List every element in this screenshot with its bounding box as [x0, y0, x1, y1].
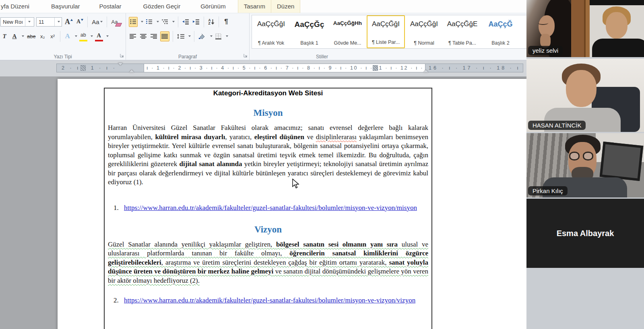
- separator: [173, 31, 173, 42]
- dropdown-caret-icon: [28, 21, 31, 23]
- dropdown-caret-icon[interactable]: [188, 35, 191, 37]
- font-name-combo[interactable]: New Roı: [0, 17, 34, 27]
- superscript-button[interactable]: x²: [49, 31, 57, 41]
- hanging-indent-marker[interactable]: [129, 70, 134, 72]
- align-left-button[interactable]: [129, 31, 137, 41]
- style-baslik-2[interactable]: AaÇçĞ Başlık 2: [481, 15, 520, 48]
- separator: [87, 16, 88, 27]
- font-size-combo[interactable]: 11: [36, 17, 62, 27]
- text-effects-button[interactable]: A: [64, 31, 72, 41]
- decrease-indent-button[interactable]: [182, 17, 190, 27]
- document-area: Kategori-Akreditasyon Web Sitesi Misyon …: [0, 76, 527, 329]
- align-center-button[interactable]: [139, 31, 148, 41]
- dialog-launcher-icon[interactable]: [244, 52, 248, 59]
- style-normal[interactable]: AaÇçĞğI ¶ Normal: [405, 15, 443, 48]
- font-size-value: 11: [39, 19, 52, 25]
- dropdown-caret-icon[interactable]: [157, 21, 159, 23]
- sort-button[interactable]: AZ: [207, 17, 215, 27]
- video-tile-esma-albayrak-camera-off[interactable]: Esma Albayrak: [526, 199, 644, 268]
- table-column-marker[interactable]: [373, 65, 378, 71]
- separator: [219, 16, 219, 27]
- tab-duzen[interactable]: Düzen: [271, 0, 300, 13]
- justify-button[interactable]: [160, 31, 169, 41]
- style-liste-paragraf-selected[interactable]: AaÇçĞğI ¶ Liste Par...: [367, 15, 405, 48]
- dropdown-caret-icon[interactable]: [210, 35, 213, 37]
- align-center-icon: [140, 34, 147, 39]
- tab-postalar[interactable]: Postalar: [94, 0, 127, 13]
- video-tile-hasan-altincik[interactable]: HASAN ALTİNCİK: [526, 59, 644, 132]
- underline-button[interactable]: A: [10, 31, 19, 41]
- paint-bucket-icon: [198, 33, 206, 39]
- tab-gorunum[interactable]: Görünüm: [195, 0, 231, 13]
- right-indent-marker[interactable]: [423, 70, 428, 72]
- dropdown-caret-icon: [58, 21, 60, 23]
- vizyon-list-item: 2. https://www.harran.edu.tr/akademik/fa…: [110, 296, 428, 305]
- mirror-frame: [600, 142, 644, 181]
- tab-gozden-gecir[interactable]: Gözden Geçir: [138, 0, 186, 13]
- video-tile-pirkan-kilic[interactable]: Pirkan Kılıç: [526, 133, 644, 197]
- borders-button[interactable]: [215, 31, 223, 41]
- misyon-link[interactable]: https://www.harran.edu.tr/akademik/fakul…: [124, 204, 417, 212]
- document-page[interactable]: Kategori-Akreditasyon Web Sitesi Misyon …: [58, 79, 527, 329]
- document-title: Kategori-Akreditasyon Web Sitesi: [108, 89, 428, 97]
- dropdown-caret-icon[interactable]: [172, 21, 175, 23]
- align-right-button[interactable]: [150, 31, 158, 41]
- justify-icon: [161, 34, 168, 39]
- separator: [60, 31, 60, 42]
- bullets-button[interactable]: [129, 17, 138, 27]
- line-spacing-button[interactable]: [176, 31, 185, 41]
- style-govde-metni[interactable]: AaÇçĞğHh Gövde Me...: [328, 15, 367, 48]
- dropdown-caret-icon[interactable]: [91, 35, 93, 37]
- participant-name-tag: Pirkan Kılıç: [528, 186, 568, 195]
- separator: [107, 16, 107, 27]
- vizyon-link[interactable]: https://www.harran.edu.tr/akademik/fakul…: [124, 296, 415, 304]
- video-participant-2[interactable]: [571, 0, 644, 57]
- shading-button[interactable]: [198, 31, 207, 41]
- borders-grid-icon: [215, 33, 222, 39]
- show-paragraph-marks-button[interactable]: ¶: [222, 17, 230, 27]
- tab-sayfa-duzeni[interactable]: yfa Düzeni: [0, 0, 35, 13]
- strikethrough-button[interactable]: abe: [26, 31, 37, 41]
- highlight-color-button[interactable]: ab: [79, 31, 87, 41]
- ribbon: New Roı 11 A A Aa Aa T A abe x₂: [0, 13, 527, 60]
- style-table-paragraph[interactable]: AaÇçĞğE ¶ Table Pa...: [443, 15, 481, 48]
- group-paragraph: AZ ¶: [126, 13, 250, 60]
- dialog-launcher-icon[interactable]: [120, 52, 124, 59]
- horizontal-ruler[interactable]: 2 · ı · 1 · ı · ı · 1 · ı · 2 · ı · 3 · …: [56, 64, 523, 72]
- style-baslik-1[interactable]: AaÇçĞç Başlık 1: [290, 15, 328, 48]
- multilevel-list-button[interactable]: [161, 17, 169, 27]
- table-column-marker[interactable]: [80, 65, 86, 71]
- font-name-value: New Roı: [3, 19, 23, 25]
- font-color-button[interactable]: A: [95, 31, 103, 41]
- list-number: 1.: [110, 203, 124, 212]
- dropdown-caret-icon[interactable]: [106, 35, 109, 37]
- down-triangle-icon: [81, 19, 83, 21]
- subscript-button[interactable]: x₂: [39, 31, 47, 41]
- video-tile-row-1[interactable]: yeliz selvi: [526, 0, 644, 57]
- dropdown-caret-icon: [100, 21, 103, 23]
- person-face: [606, 12, 627, 39]
- ruler-active-area: ı · 1 · ı · 2 · ı · 3 · ı · 4 · ı · 5 · …: [144, 64, 425, 72]
- mouse-cursor: [292, 179, 300, 191]
- numbering-button[interactable]: [145, 17, 153, 27]
- multilevel-list-icon: [162, 19, 168, 25]
- dropdown-caret-icon[interactable]: [22, 35, 24, 37]
- shrink-font-button[interactable]: A: [76, 17, 84, 27]
- tab-basvurular[interactable]: Başvurular: [45, 0, 86, 13]
- video-yeliz-selvi[interactable]: yeliz selvi: [526, 0, 571, 57]
- grow-font-button[interactable]: A: [64, 17, 74, 27]
- change-case-button[interactable]: Aa: [91, 17, 103, 27]
- clear-formatting-button[interactable]: Aa: [110, 17, 118, 27]
- participant-name-centered: Esma Albayrak: [557, 229, 614, 238]
- italic-button[interactable]: T: [0, 31, 8, 41]
- heading-misyon: Misyon: [108, 108, 428, 118]
- group-styles: AaÇçĞğI ¶ Aralık Yok AaÇçĞç Başlık 1 AaÇ…: [250, 13, 527, 60]
- style-aralik-yok[interactable]: AaÇçĞğI ¶ Aralık Yok: [252, 15, 290, 48]
- first-line-indent-marker[interactable]: [118, 63, 123, 66]
- increase-indent-button[interactable]: [192, 17, 200, 27]
- dropdown-caret-icon[interactable]: [226, 35, 228, 37]
- person-face: [566, 70, 597, 107]
- dropdown-caret-icon[interactable]: [75, 35, 77, 37]
- dropdown-caret-icon[interactable]: [141, 21, 143, 23]
- tab-tasarim[interactable]: Tasarım: [238, 0, 271, 13]
